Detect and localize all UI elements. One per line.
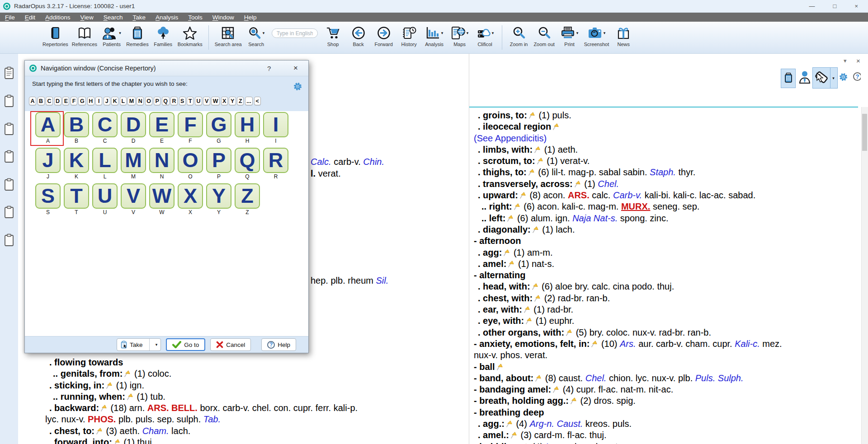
right-scrollbar-thumb[interactable] — [862, 114, 867, 151]
toolbar-analysis-button[interactable]: ▾Analysis — [422, 22, 447, 47]
clipboard-icon[interactable] — [4, 94, 14, 109]
menu-item-additions[interactable]: Additions — [40, 14, 75, 21]
chapter-tile-u[interactable]: UU — [92, 183, 118, 216]
chapter-tile-z[interactable]: ZZ — [235, 183, 260, 216]
rubric-line[interactable]: (See Appendicitis) — [474, 133, 857, 144]
alpha-button-J[interactable]: J — [104, 97, 110, 105]
dropdown-arrow-icon[interactable]: ▾ — [263, 31, 265, 35]
toolbar-bookmarks-button[interactable]: Bookmarks — [176, 22, 204, 47]
dropdown-arrow-icon[interactable]: ▾ — [119, 31, 121, 35]
toolbar-families-button[interactable]: Families — [151, 22, 176, 47]
rubric-line[interactable]: . diagonally: (1) lach. — [474, 224, 857, 235]
menu-item-file[interactable]: File — [0, 14, 20, 21]
alpha-button-R[interactable]: R — [170, 97, 178, 105]
toolbar-repertories-button[interactable]: Repertories — [41, 22, 70, 47]
clipboard-icon[interactable] — [4, 150, 14, 165]
clipboard-icon[interactable] — [4, 234, 14, 248]
pane-settings-button[interactable] — [839, 73, 848, 83]
alpha-button-L[interactable]: L — [120, 97, 127, 105]
chapter-tile-v[interactable]: VV — [121, 183, 146, 216]
rubric-fragment[interactable]: hep. plb. rheum Sil. — [311, 276, 388, 286]
rubric-line[interactable]: . sticking, in: (1) ign. — [45, 380, 466, 391]
rubric-line[interactable]: . upward: (8) acon. ARS. calc. Carb-v. k… — [474, 190, 857, 201]
chapter-tile-p[interactable]: PP — [206, 148, 231, 180]
menu-item-search[interactable]: Search — [99, 14, 128, 21]
take-button[interactable]: Take▾ — [117, 338, 161, 351]
alpha-button-P[interactable]: P — [154, 97, 160, 105]
toolbar-screenshot-button[interactable]: ▾Screenshot — [582, 22, 611, 47]
toolbar-history-button[interactable]: History — [396, 22, 422, 47]
rubric-line[interactable]: - anxiety, emotions, felt, in: (10) Ars.… — [474, 338, 857, 350]
right-scrollbar[interactable] — [861, 107, 868, 444]
minimize-button[interactable]: — — [809, 3, 815, 9]
pane-collapse-icon[interactable]: ▾ — [844, 57, 847, 64]
dropdown-arrow-icon[interactable]: ▾ — [492, 31, 494, 35]
chapter-tile-j[interactable]: JJ — [35, 148, 61, 180]
alpha-button-<[interactable]: < — [254, 97, 261, 105]
menu-item-window[interactable]: Window — [208, 14, 239, 21]
rubric-line[interactable]: - alternating — [474, 270, 857, 281]
rubric-line[interactable]: . chest, with: (2) rad-br. ran-b. — [474, 293, 857, 304]
toolbar-references-button[interactable]: References — [70, 22, 99, 47]
chapter-tile-w[interactable]: WW — [149, 183, 175, 216]
chapter-tile-t[interactable]: TT — [64, 183, 89, 216]
alpha-button-Q[interactable]: Q — [162, 97, 170, 105]
chapter-tile-l[interactable]: LL — [92, 148, 118, 180]
rubric-fragment[interactable]: Calc. carb-v. Chin. — [311, 157, 384, 167]
help-button[interactable]: ?Help — [261, 338, 296, 351]
rubric-line[interactable]: - afternoon — [474, 235, 857, 247]
dropdown-arrow-icon[interactable]: ▾ — [441, 31, 443, 35]
dialog-help-button[interactable]: ? — [267, 65, 271, 72]
clipboard-icon[interactable] — [4, 122, 14, 137]
chapter-tile-f[interactable]: FF — [178, 112, 203, 145]
toolbar-patients-button[interactable]: ▾Patients — [99, 22, 124, 47]
menu-item-view[interactable]: View — [75, 14, 99, 21]
rubric-line[interactable]: . other organs, with: (5) bry. coloc. nu… — [474, 327, 857, 338]
patient-button[interactable] — [798, 70, 811, 85]
rubric-line[interactable]: .. running, when: (1) tub. — [45, 391, 466, 402]
alpha-button-K[interactable]: K — [111, 97, 118, 105]
chapter-tile-i[interactable]: II — [263, 112, 288, 145]
dropdown-arrow-icon[interactable]: ▾ — [576, 31, 579, 35]
alpha-button-S[interactable]: S — [179, 97, 186, 105]
toolbar-zoom-out-button[interactable]: Zoom out — [532, 22, 557, 47]
quick-search-input[interactable] — [272, 28, 318, 38]
rubric-fragment[interactable]: l. verat. — [311, 168, 341, 179]
pane-help-button[interactable]: ? — [853, 72, 861, 81]
rubric-line[interactable]: . chest, to: (3) aeth. Cham. lach. — [45, 425, 466, 437]
toolbar-clificol-button[interactable]: ▾Clificol — [472, 22, 498, 47]
take-main[interactable]: Take — [117, 341, 146, 349]
toolbar-maps-button[interactable]: ▾Maps — [447, 22, 472, 47]
toolbar-zoom-in-button[interactable]: Zoom in — [506, 22, 532, 47]
maximize-button[interactable]: □ — [833, 3, 837, 9]
toolbar-news-button[interactable]: News — [611, 22, 636, 47]
rubric-line[interactable]: .. right: (6) acon. kali-c. mag-m. MURX.… — [474, 201, 857, 212]
rubric-line[interactable]: - breathing deep — [474, 407, 857, 418]
alpha-button-O[interactable]: O — [145, 97, 153, 105]
chapter-tile-q[interactable]: QQ — [235, 148, 260, 180]
close-button[interactable]: × — [854, 3, 858, 9]
chapter-tile-e[interactable]: EE — [149, 112, 175, 145]
rubric-line[interactable]: . transversely, across: (1) Chel. — [474, 178, 857, 190]
alpha-button-U[interactable]: U — [195, 97, 202, 105]
rubric-line[interactable]: . ileocecal region — [474, 121, 857, 132]
toolbar-back-button[interactable]: Back — [346, 22, 371, 47]
alpha-button-W[interactable]: W — [211, 97, 220, 105]
chapter-tile-g[interactable]: GG — [206, 112, 231, 145]
rubric-line[interactable]: . forward, into: (1) thuj. — [45, 437, 466, 444]
cancel-button[interactable]: Cancel — [210, 338, 251, 351]
toolbar-search-button[interactable]: ▾Search — [244, 22, 269, 47]
rubric-line[interactable]: . groins, to: (1) puls. — [474, 110, 857, 121]
menu-item-help[interactable]: Help — [239, 14, 262, 21]
menu-item-edit[interactable]: Edit — [20, 14, 40, 21]
take-dropdown-arrow-icon[interactable]: ▾ — [152, 342, 161, 347]
alpha-button-H[interactable]: H — [87, 97, 94, 105]
toolbar-print-button[interactable]: ▾Print — [557, 22, 582, 47]
alpha-button-T[interactable]: T — [187, 97, 193, 105]
dropdown-arrow-icon[interactable]: ▾ — [467, 31, 469, 35]
rubric-line[interactable]: . scrotum, to: (1) verat-v. — [474, 155, 857, 167]
alpha-button-G[interactable]: G — [78, 97, 86, 105]
chapter-tile-r[interactable]: RR — [263, 148, 288, 180]
chapter-tile-c[interactable]: CC — [92, 112, 118, 145]
rubric-line[interactable]: lyc. nux-v. PHOS. plb. puls. sep. sulph.… — [45, 414, 466, 425]
